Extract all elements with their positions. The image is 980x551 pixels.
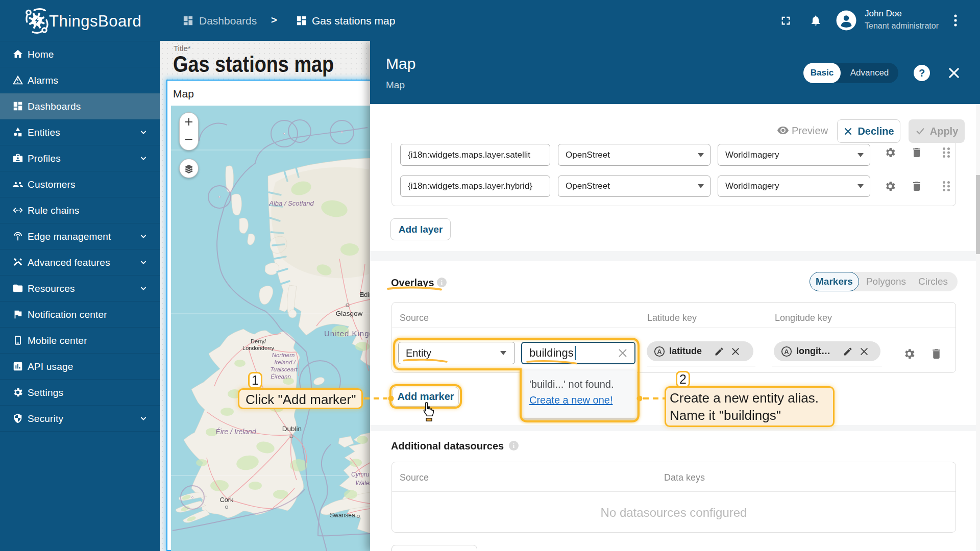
svg-text:Wales: Wales [355, 480, 370, 487]
svg-text:Swansea: Swansea [330, 512, 355, 519]
svg-text:A: A [657, 347, 662, 355]
svg-text:Cork: Cork [220, 496, 234, 504]
svg-text:Londonderry: Londonderry [242, 345, 274, 351]
svg-text:A: A [784, 347, 789, 355]
svg-text:?: ? [919, 67, 925, 79]
svg-text:Glasgow: Glasgow [336, 310, 363, 317]
svg-text:Ireland /: Ireland / [274, 359, 296, 365]
svg-text:Cymru /: Cymru / [351, 471, 370, 478]
svg-text:Alba / Scotland: Alba / Scotland [268, 199, 314, 207]
svg-text:Tuaisceart: Tuaisceart [271, 366, 298, 372]
svg-text:Éireann: Éireann [271, 373, 291, 380]
svg-text:Northern: Northern [272, 352, 295, 358]
svg-text:Derry/: Derry/ [251, 338, 266, 344]
svg-text:Éire / Ireland: Éire / Ireland [215, 428, 257, 436]
svg-text:United Kingdom: United Kingdom [324, 329, 370, 338]
svg-text:Dublin: Dublin [282, 425, 302, 433]
svg-text:Edinburgh: Edinburgh [359, 291, 370, 298]
